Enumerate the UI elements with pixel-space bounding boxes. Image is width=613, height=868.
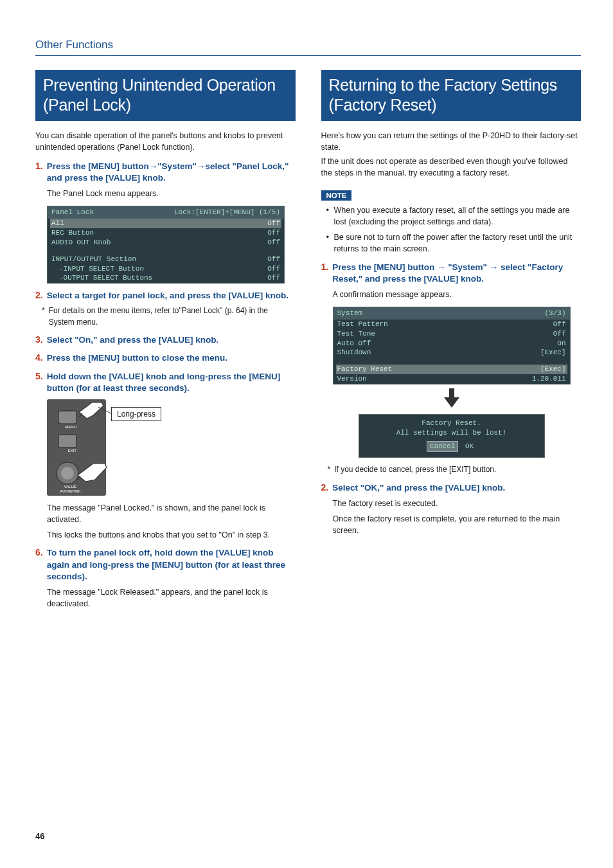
ss-title-left: Panel Lock	[51, 208, 94, 217]
step-2: 2. Select a target for panel lock, and p…	[35, 290, 296, 302]
step-number: 2.	[321, 482, 329, 494]
step-1-body: The Panel Lock menu appears.	[47, 188, 296, 199]
ss-row-r: [Exec]	[540, 365, 566, 374]
step-6-body: The message "Lock Released." appears, an…	[47, 586, 296, 610]
ss-row-r: Off	[267, 238, 280, 248]
note-item: When you execute a factory reset, all of…	[326, 204, 582, 228]
ss-row-r: 1.20.011	[532, 374, 566, 384]
svg-text:VALUE: VALUE	[64, 485, 76, 489]
step-1: 1. Press the [MENU] button→"System"→sele…	[35, 161, 296, 184]
ss-row-r: Off	[553, 320, 566, 329]
right-step-2: 2. Select "OK," and press the [VALUE] kn…	[321, 482, 582, 494]
svg-text:EXIT: EXIT	[68, 449, 77, 453]
ss-row-l: Shutdown	[337, 348, 371, 357]
ss-row-l: Test Tone	[337, 329, 375, 339]
ss-row-r: On	[557, 339, 565, 348]
header-section-title: Other Functions	[35, 39, 581, 51]
note-text: If you decide to cancel, press the [EXIT…	[334, 464, 496, 475]
note-badge: NOTE	[321, 190, 352, 201]
popup-cancel-button: Cancel	[427, 441, 459, 452]
arrow-down-icon	[333, 388, 571, 410]
ss-row-l: -INPUT SELECT Button	[59, 264, 144, 274]
panel-lock-heading: Preventing Unintended Operation (Panel L…	[35, 70, 296, 121]
factory-reset-intro-2: If the unit does not operate as describe…	[321, 156, 582, 179]
svg-text:MENU: MENU	[65, 425, 76, 429]
step-5-body-1: The message "Panel Locked." is shown, an…	[47, 502, 296, 525]
step-title: Select "On," and press the [VALUE] knob.	[47, 334, 219, 346]
step-title: Select "OK," and press the [VALUE] knob.	[332, 482, 505, 494]
step-number: 1.	[35, 161, 43, 184]
cancel-note: * If you decide to cancel, press the [EX…	[328, 464, 582, 475]
step-title: Press the [MENU] button → "System" → sel…	[332, 262, 581, 285]
ss-row-r: Off	[267, 273, 280, 283]
left-column: Preventing Unintended Operation (Panel L…	[35, 70, 296, 613]
step-number: 6.	[35, 547, 43, 583]
factory-reset-heading: Returning to the Factory Settings (Facto…	[321, 70, 582, 121]
step-6: 6. To turn the panel lock off, hold down…	[35, 547, 296, 583]
step-5-body-2: This locks the buttons and knobs that yo…	[47, 529, 296, 541]
ss-row-r: Off	[553, 329, 566, 339]
step-title: Press the [MENU] button→"System"→select …	[47, 161, 296, 184]
popup-ok-button: OK	[463, 442, 476, 451]
popup-line-2: All settings will be lost!	[359, 428, 544, 438]
ss-row-l: Test Pattern	[337, 320, 388, 329]
svg-point-6	[61, 467, 74, 480]
step-number: 1.	[321, 262, 329, 285]
ss-title-left: System	[337, 309, 363, 318]
panel-lock-menu-screenshot: Panel Lock Lock:[ENTER]+[MENU] (1/5) All…	[47, 206, 285, 284]
ss-row-l: All	[51, 219, 64, 228]
step-title: Hold down the [VALUE] knob and long-pres…	[47, 371, 296, 394]
confirmation-popup: Factory Reset. All settings will be lost…	[359, 414, 545, 458]
factory-reset-intro-1: Here's how you can return the settings o…	[321, 130, 582, 153]
system-menu-screenshot: System (3/3) Test PatternOff Test ToneOf…	[333, 307, 571, 384]
ss-row-l: Auto Off	[337, 339, 371, 348]
step-5: 5. Hold down the [VALUE] knob and long-p…	[35, 371, 296, 394]
ss-row-l: INPUT/OUTPUT Section	[51, 255, 136, 264]
ss-row-l: Version	[337, 374, 367, 384]
step-title: Press the [MENU] button to close the men…	[47, 352, 227, 364]
svg-text:(PUSH/ENTER): (PUSH/ENTER)	[60, 490, 81, 493]
right-step-1-body: A confirmation message appears.	[333, 289, 582, 300]
ss-row-l: REC Button	[51, 228, 94, 238]
note-list: When you execute a factory reset, all of…	[326, 204, 582, 255]
ss-row-r: Off	[267, 255, 280, 264]
note-item: Be sure not to turn off the power after …	[326, 231, 582, 255]
step-2-note: * For details on the menu items, refer t…	[42, 305, 296, 328]
ss-row-r: Off	[267, 219, 280, 228]
step-title: Select a target for panel lock, and pres…	[47, 290, 289, 302]
ss-row-r: Off	[267, 264, 280, 274]
right-column: Returning to the Factory Settings (Facto…	[321, 70, 582, 613]
ss-row-l: AUDIO OUT Knob	[51, 238, 111, 248]
right-step-2-body-1: The factory reset is executed.	[333, 498, 582, 509]
right-step-1: 1. Press the [MENU] button → "System" → …	[321, 262, 582, 285]
ss-row-l: Factory Reset	[337, 365, 393, 374]
header-rule	[35, 55, 581, 56]
right-step-2-body-2: Once the factory reset is complete, you …	[333, 513, 582, 536]
longpress-diagram: MENU EXIT VALUE (PUSH/ENTER)	[47, 399, 163, 496]
asterisk: *	[328, 464, 331, 475]
step-4: 4. Press the [MENU] button to close the …	[35, 352, 296, 364]
ss-row-l: -OUTPUT SELECT Buttons	[59, 273, 152, 283]
page-number: 46	[35, 831, 44, 841]
step-number: 5.	[35, 371, 43, 394]
step-title: To turn the panel lock off, hold down th…	[47, 547, 296, 583]
ss-row-r: Off	[267, 228, 280, 238]
popup-line-1: Factory Reset.	[359, 419, 544, 428]
ss-row-r: [Exec]	[540, 348, 566, 357]
note-text: For details on the menu items, refer to"…	[49, 305, 296, 328]
svg-rect-1	[58, 411, 76, 424]
longpress-label: Long-press	[111, 407, 161, 421]
step-number: 2.	[35, 290, 43, 302]
step-3: 3. Select "On," and press the [VALUE] kn…	[35, 334, 296, 346]
svg-rect-3	[58, 435, 76, 448]
ss-title-right: Lock:[ENTER]+[MENU] (1/5)	[174, 208, 280, 217]
ss-title-right: (3/3)	[544, 309, 565, 318]
asterisk: *	[42, 305, 45, 328]
step-number: 4.	[35, 352, 43, 364]
panel-lock-intro: You can disable operation of the panel's…	[35, 130, 296, 153]
step-number: 3.	[35, 334, 43, 346]
